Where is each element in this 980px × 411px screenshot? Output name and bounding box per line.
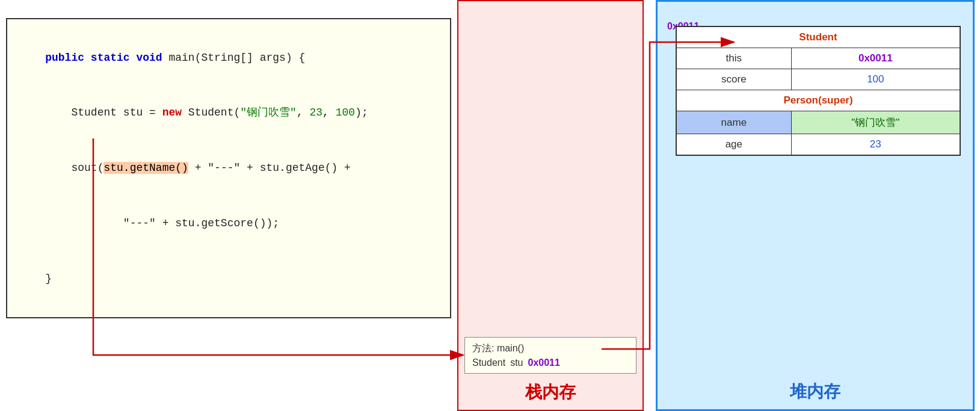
stack-var-name: stu bbox=[510, 357, 523, 368]
stack-label: 栈内存 bbox=[525, 381, 576, 404]
code-line-1: public static void main(String[] args) { bbox=[19, 30, 438, 85]
code-line-5: } bbox=[19, 251, 438, 306]
code-block: public static void main(String[] args) {… bbox=[6, 18, 451, 318]
age-row: age 23 bbox=[676, 134, 960, 156]
heap-object-table-wrapper: Student this 0x0011 score 100 Person(sup… bbox=[676, 26, 961, 156]
name-row: name "钢门吹雪" bbox=[676, 111, 960, 134]
stack-var-type: Student bbox=[472, 357, 505, 368]
code-student-decl: Student stu = bbox=[45, 107, 162, 119]
this-row: this 0x0011 bbox=[676, 48, 960, 69]
code-line-2: Student stu = new Student("钢门吹雪", 23, 10… bbox=[19, 85, 438, 141]
code-num-100: 100 bbox=[336, 107, 355, 119]
heap-label: 堆内存 bbox=[790, 380, 840, 403]
keyword-public: public static void bbox=[45, 52, 162, 64]
age-value-cell: 23 bbox=[791, 134, 960, 156]
code-num-23: 23 bbox=[310, 107, 323, 119]
code-line-4: "---" + stu.getScore()); bbox=[19, 196, 438, 251]
super-label-cell: Person(super) bbox=[676, 90, 960, 111]
keyword-new: new bbox=[162, 107, 182, 119]
code-constructor-call: Student( bbox=[182, 107, 240, 119]
code-main-sig: main(String[] args) { bbox=[162, 52, 306, 64]
stack-memory-area: 栈内存 方法: main() Student stu 0x0011 bbox=[457, 0, 644, 411]
heap-object-table: Student this 0x0011 score 100 Person(sup… bbox=[676, 26, 961, 156]
age-label-cell: age bbox=[676, 134, 791, 156]
class-header-row: Student bbox=[676, 26, 960, 48]
this-value-cell: 0x0011 bbox=[791, 48, 960, 69]
heap-memory-area: 堆内存 0x0011 Student this 0x0011 score 100… bbox=[656, 0, 975, 411]
score-label-cell: score bbox=[676, 69, 791, 90]
code-stu-getname: stu.getName() bbox=[103, 162, 188, 174]
code-string-arg: "钢门吹雪" bbox=[240, 107, 297, 119]
code-line-3: sout(stu.getName() + "---" + stu.getAge(… bbox=[19, 141, 438, 196]
stack-frame-title: 方法: main() bbox=[472, 342, 629, 355]
score-row: score 100 bbox=[676, 69, 960, 90]
class-name-cell: Student bbox=[676, 26, 960, 48]
code-num-args: , bbox=[297, 107, 310, 119]
stack-frame-row: Student stu 0x0011 bbox=[472, 357, 629, 368]
stack-frame: 方法: main() Student stu 0x0011 bbox=[464, 337, 636, 374]
name-label-cell: name bbox=[676, 111, 791, 134]
stack-var-addr: 0x0011 bbox=[528, 357, 560, 368]
name-value-cell: "钢门吹雪" bbox=[791, 111, 960, 134]
score-value-cell: 100 bbox=[791, 69, 960, 90]
super-header-row: Person(super) bbox=[676, 90, 960, 111]
this-label-cell: this bbox=[676, 48, 791, 69]
